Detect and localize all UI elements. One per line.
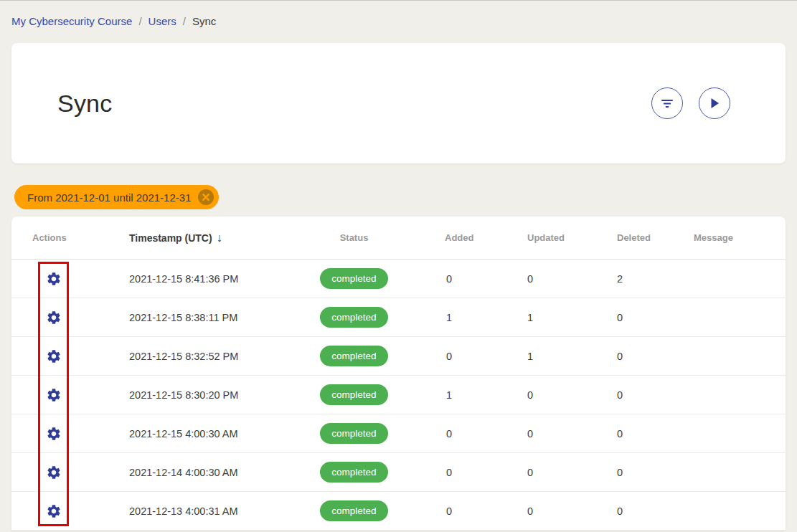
breadcrumb-current: Sync	[192, 15, 216, 27]
filter-icon	[661, 99, 674, 108]
col-header-deleted: Deleted	[589, 232, 679, 243]
row-added-count: 0	[406, 428, 499, 440]
sort-desc-arrow-icon: ↓	[217, 232, 222, 244]
table-header-row: Actions Timestamp (UTC) ↓ Status Added U…	[11, 217, 786, 260]
row-settings-button[interactable]	[39, 303, 68, 332]
status-badge: completed	[320, 346, 387, 366]
status-badge: completed	[320, 462, 387, 483]
row-deleted-count: 0	[589, 312, 679, 323]
row-status-cell: completed	[302, 462, 406, 483]
row-deleted-count: 0	[589, 389, 679, 401]
table-row: 2021-12-14 4:00:30 AM completed 0 0 0	[11, 453, 786, 492]
row-settings-button[interactable]	[39, 342, 68, 371]
table-row: 2021-12-15 8:41:36 PM completed 0 0 2	[11, 260, 786, 298]
row-timestamp: 2021-12-15 8:41:36 PM	[108, 273, 302, 285]
row-updated-count: 1	[499, 351, 589, 362]
row-timestamp: 2021-12-14 4:00:30 AM	[108, 467, 302, 478]
filter-button[interactable]	[651, 87, 683, 119]
date-filter-chip-label: From 2021-12-01 until 2021-12-31	[27, 191, 191, 204]
row-timestamp: 2021-12-15 8:38:11 PM	[108, 312, 302, 323]
table-body: 2021-12-15 8:41:36 PM completed 0 0 2 20…	[11, 260, 786, 531]
header-actions	[651, 87, 730, 119]
row-actions-cell	[11, 265, 108, 293]
row-added-count: 0	[406, 273, 499, 285]
row-added-count: 0	[406, 505, 499, 517]
row-deleted-count: 0	[589, 505, 679, 517]
col-header-status: Status	[302, 232, 406, 243]
table-row: 2021-12-15 8:38:11 PM completed 1 1 0	[11, 298, 786, 337]
play-icon	[709, 98, 720, 109]
row-added-count: 0	[406, 351, 499, 362]
gear-icon	[46, 426, 62, 442]
row-added-count: 1	[406, 312, 499, 323]
gear-icon	[46, 465, 62, 480]
run-sync-button[interactable]	[699, 87, 730, 119]
row-status-cell: completed	[302, 500, 406, 521]
row-status-cell: completed	[302, 346, 406, 366]
breadcrumb-separator: /	[138, 15, 141, 27]
row-actions-cell	[11, 458, 108, 487]
page-title: Sync	[57, 90, 651, 118]
active-filters: From 2021-12-01 until 2021-12-31	[14, 185, 786, 209]
table-row: 2021-12-15 8:30:20 PM completed 1 0 0	[11, 376, 786, 414]
col-header-actions: Actions	[11, 232, 108, 243]
row-settings-button[interactable]	[39, 497, 68, 526]
row-timestamp: 2021-12-13 4:00:31 AM	[108, 505, 302, 517]
row-added-count: 1	[406, 389, 499, 401]
header-card: Sync	[11, 43, 786, 163]
status-badge: completed	[320, 268, 387, 289]
col-header-timestamp-label: Timestamp (UTC)	[129, 232, 212, 244]
date-filter-chip: From 2021-12-01 until 2021-12-31	[14, 185, 219, 209]
status-badge: completed	[320, 500, 387, 521]
row-updated-count: 0	[499, 505, 589, 517]
col-header-message: Message	[679, 232, 786, 243]
table-row: 2021-12-13 4:00:31 AM completed 0 0 0	[11, 492, 786, 531]
status-badge: completed	[320, 307, 387, 328]
row-updated-count: 1	[499, 312, 589, 323]
close-icon	[198, 189, 214, 205]
row-settings-button[interactable]	[39, 381, 68, 409]
row-deleted-count: 0	[589, 428, 679, 440]
row-actions-cell	[11, 342, 108, 371]
table-row: 2021-12-15 8:32:52 PM completed 0 1 0	[11, 337, 786, 376]
breadcrumb-link-users[interactable]: Users	[148, 15, 176, 27]
row-updated-count: 0	[499, 389, 589, 401]
sync-history-table: Actions Timestamp (UTC) ↓ Status Added U…	[11, 217, 786, 531]
row-actions-cell	[11, 303, 108, 332]
row-deleted-count: 2	[589, 273, 679, 285]
col-header-added: Added	[406, 232, 499, 243]
row-deleted-count: 0	[589, 467, 679, 478]
breadcrumb-link-course[interactable]: My Cybersecurity Course	[11, 15, 132, 27]
row-updated-count: 0	[499, 273, 589, 285]
gear-icon	[46, 310, 62, 326]
status-badge: completed	[320, 423, 387, 444]
col-header-timestamp[interactable]: Timestamp (UTC) ↓	[108, 232, 302, 244]
row-status-cell: completed	[302, 268, 406, 289]
status-badge: completed	[320, 384, 387, 405]
breadcrumb: My Cybersecurity Course / Users / Sync	[0, 1, 797, 43]
chip-close-button[interactable]	[198, 189, 214, 205]
gear-icon	[46, 503, 62, 519]
row-settings-button[interactable]	[39, 419, 68, 448]
row-added-count: 0	[406, 467, 499, 478]
row-updated-count: 0	[499, 467, 589, 478]
page: My Cybersecurity Course / Users / Sync S…	[0, 0, 797, 532]
row-updated-count: 0	[499, 428, 589, 440]
gear-icon	[46, 387, 62, 403]
row-settings-button[interactable]	[39, 458, 68, 487]
col-header-updated: Updated	[499, 232, 589, 243]
row-actions-cell	[11, 419, 108, 448]
row-timestamp: 2021-12-15 4:00:30 AM	[108, 428, 302, 440]
table-row: 2021-12-15 4:00:30 AM completed 0 0 0	[11, 414, 786, 453]
breadcrumb-separator: /	[183, 15, 186, 27]
row-status-cell: completed	[302, 307, 406, 328]
row-actions-cell	[11, 381, 108, 409]
row-actions-cell	[11, 497, 108, 526]
row-status-cell: completed	[302, 384, 406, 405]
row-settings-button[interactable]	[39, 265, 68, 293]
row-timestamp: 2021-12-15 8:30:20 PM	[108, 389, 302, 401]
gear-icon	[46, 271, 62, 287]
row-timestamp: 2021-12-15 8:32:52 PM	[108, 351, 302, 362]
gear-icon	[46, 348, 62, 364]
row-deleted-count: 0	[589, 351, 679, 362]
